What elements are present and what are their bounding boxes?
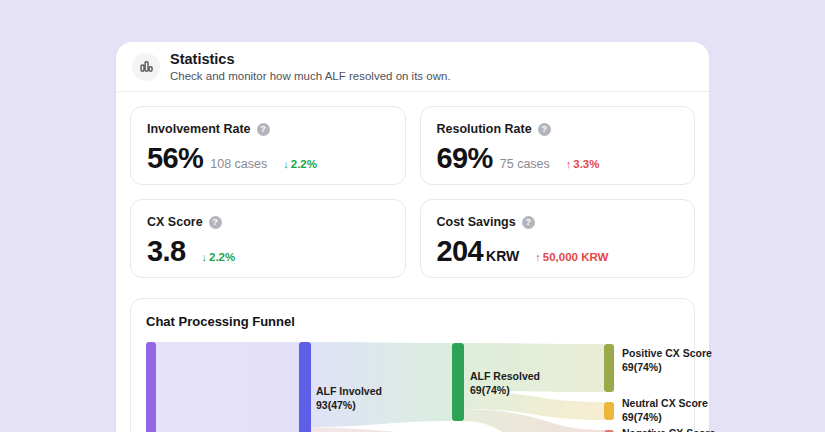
stat-card-cx-score: CX Score ? 3.8 ↓2.2% (130, 199, 406, 278)
node-value: 69(74%) (622, 360, 712, 374)
stat-value: 69% (437, 143, 493, 173)
label-alf-resolved: ALF Resolved 69(74%) (470, 369, 540, 397)
node-source[interactable] (146, 342, 156, 432)
stat-value: 204 (437, 236, 484, 266)
stat-delta: ↓2.2% (202, 251, 236, 263)
stat-title: Resolution Rate (437, 122, 532, 136)
node-value: 69(74%) (622, 410, 708, 424)
question-mark-icon[interactable]: ? (538, 123, 551, 136)
funnel-title: Chat Processing Funnel (146, 314, 679, 329)
stat-subtext: 75 cases (500, 157, 550, 171)
stat-delta: ↓2.2% (283, 158, 317, 170)
stat-delta-value: 2.2% (291, 158, 317, 170)
node-neutral-cx[interactable] (604, 402, 614, 420)
stat-title: Involvement Rate (147, 122, 251, 136)
node-label: ALF Resolved (470, 369, 540, 383)
stat-suffix: KRW (486, 248, 519, 264)
stat-delta-value: 50,000 KRW (543, 251, 609, 263)
arrow-up-icon: ↑ (535, 251, 541, 263)
panel-header: Statistics Check and monitor how much AL… (116, 42, 709, 92)
stat-title: CX Score (147, 215, 203, 229)
chat-processing-funnel-card: Chat Processing Funnel (130, 298, 695, 432)
sankey-diagram: ALF Involved 93(47%) ALF Resolved 69(74%… (146, 342, 679, 432)
node-alf-involved[interactable] (299, 342, 311, 432)
question-mark-icon[interactable]: ? (522, 216, 535, 229)
page-subtitle: Check and monitor how much ALF resolved … (170, 69, 451, 83)
stat-value: 3.8 (147, 236, 186, 266)
arrow-down-icon: ↓ (283, 158, 289, 170)
label-alf-involved: ALF Involved 93(47%) (316, 384, 382, 412)
stat-subtext: 108 cases (210, 157, 267, 171)
panel-content: Involvement Rate ? 56% 108 cases ↓2.2% R… (116, 92, 709, 432)
stat-title: Cost Savings (437, 215, 516, 229)
stat-value: 56% (147, 143, 203, 173)
bar-chart-icon (132, 53, 160, 81)
stat-card-resolution-rate: Resolution Rate ? 69% 75 cases ↑3.3% (420, 106, 696, 185)
page-title: Statistics (170, 51, 451, 68)
stat-delta-value: 3.3% (573, 158, 599, 170)
stat-delta: ↑50,000 KRW (535, 251, 608, 263)
statistics-panel: Statistics Check and monitor how much AL… (116, 42, 709, 432)
stat-card-involvement-rate: Involvement Rate ? 56% 108 cases ↓2.2% (130, 106, 406, 185)
question-mark-icon[interactable]: ? (209, 216, 222, 229)
stat-cards-grid: Involvement Rate ? 56% 108 cases ↓2.2% R… (130, 106, 695, 278)
label-positive-cx: Positive CX Score 69(74%) (622, 346, 712, 374)
label-neutral-cx: Neutral CX Score 69(74%) (622, 396, 708, 424)
node-label: Negative CX Score (622, 426, 715, 432)
node-label: Neutral CX Score (622, 396, 708, 410)
node-positive-cx[interactable] (604, 344, 614, 392)
node-label: ALF Involved (316, 384, 382, 398)
label-negative-cx: Negative CX Score (622, 426, 715, 432)
stat-card-cost-savings: Cost Savings ? 204 KRW ↑50,000 KRW (420, 199, 696, 278)
node-label: Positive CX Score (622, 346, 712, 360)
node-value: 69(74%) (470, 383, 540, 397)
flow-source-to-involved (156, 342, 299, 432)
node-alf-resolved[interactable] (452, 343, 464, 421)
question-mark-icon[interactable]: ? (257, 123, 270, 136)
node-value: 93(47%) (316, 398, 382, 412)
stat-delta: ↑3.3% (566, 158, 600, 170)
stat-delta-value: 2.2% (209, 251, 235, 263)
arrow-down-icon: ↓ (202, 251, 208, 263)
sankey-svg (146, 342, 683, 432)
arrow-up-icon: ↑ (566, 158, 572, 170)
